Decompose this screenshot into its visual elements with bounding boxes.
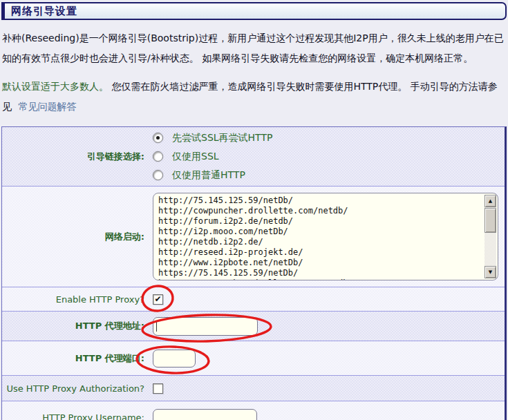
bootstrap-radio-group: 先尝试SSL再尝试HTTP 仅使用SSL 仅使用普通HTTP	[153, 132, 505, 182]
page-title-bar: 网络引导设置	[1, 2, 507, 20]
radio-option-ssl-then-http[interactable]: 先尝试SSL再尝试HTTP	[153, 132, 505, 144]
reseed-url-textarea[interactable]: http://75.145.125.59/netDb/ http://cowpu…	[153, 193, 498, 280]
radio-button-icon[interactable]	[153, 133, 163, 143]
note-paragraph: 默认设置适于大多数人。 您仅需在防火墙过滤严重，造成网络引导失败时需要使用HTT…	[2, 77, 506, 117]
reseed-url: http://netdb.i2p2.de/	[158, 237, 480, 247]
proxy-username-input[interactable]	[153, 409, 257, 420]
row-proxy-host: HTTP 代理地址:	[2, 312, 505, 341]
proxy-port-input[interactable]	[153, 350, 196, 368]
reseed-url: http://cowpuncher.drollette.com/netdb/	[158, 206, 480, 216]
text-caret	[156, 321, 157, 332]
reseed-settings-form: 引导链接选择: 先尝试SSL再尝试HTTP 仅使用SSL 仅使用普通HTTP 网…	[1, 126, 507, 420]
proxy-auth-checkbox[interactable]	[153, 383, 163, 394]
checkmark-icon: ✔	[154, 294, 161, 304]
page-title: 网络引导设置	[11, 5, 77, 18]
note-lead: 默认设置适于大多数人。	[2, 81, 109, 92]
row-bootstrap-choice: 引导链接选择: 先尝试SSL再尝试HTTP 仅使用SSL 仅使用普通HTTP	[2, 127, 505, 187]
proxy-host-label: HTTP 代理地址:	[2, 320, 149, 332]
row-proxy-port: HTTP 代理端口:	[2, 341, 505, 376]
reseed-url: http://75.145.125.59/netDb/	[158, 195, 480, 206]
reseed-url: http://forum.i2p2.de/netdb/	[158, 216, 480, 227]
proxy-auth-label: Use HTTP Proxy Authorization?	[2, 383, 149, 394]
row-proxy-username: HTTP Proxy Username:	[2, 401, 505, 420]
scroll-down-icon: ▼	[489, 269, 492, 275]
reseed-url: https://75.145.125.59/netDb/	[158, 268, 480, 278]
radio-option-http-only[interactable]: 仅使用普通HTTP	[153, 169, 505, 182]
row-enable-proxy: Enable HTTP Proxy? ✔	[2, 287, 505, 312]
bootstrap-choice-label: 引导链接选择:	[2, 151, 149, 163]
row-netboot-urls: 网络启动: http://75.145.125.59/netDb/ http:/…	[2, 187, 505, 287]
proxy-port-label: HTTP 代理端口:	[2, 352, 149, 365]
scrollbar-up-button[interactable]: ▲	[485, 195, 496, 207]
row-proxy-auth: Use HTTP Proxy Authorization?	[2, 376, 505, 401]
intro-text: 补种(Reseeding)是一个网络引导(Bootstrip)过程，新用户通过这…	[2, 32, 504, 64]
proxy-username-label: HTTP Proxy Username:	[2, 412, 149, 420]
radio-option-label: 先尝试SSL再尝试HTTP	[172, 132, 272, 144]
reseed-url: http://i2p.mooo.com/netDb/	[158, 227, 480, 237]
reseed-url: http://www.i2pbote.net/netDb/	[158, 258, 480, 268]
faq-link[interactable]: 常见问题解答	[18, 101, 76, 112]
scrollbar[interactable]: ▲ ▼	[485, 195, 496, 278]
reseed-url-list: http://75.145.125.59/netDb/ http://cowpu…	[153, 193, 498, 280]
proxy-host-input[interactable]	[153, 317, 258, 336]
radio-button-icon[interactable]	[153, 151, 163, 162]
enable-proxy-label: Enable HTTP Proxy?	[2, 294, 149, 305]
scrollbar-down-button[interactable]: ▼	[485, 266, 496, 278]
scroll-up-icon: ▲	[489, 198, 492, 204]
radio-option-label: 仅使用SSL	[172, 151, 219, 163]
radio-option-label: 仅使用普通HTTP	[172, 169, 245, 182]
enable-proxy-checkbox[interactable]: ✔	[153, 294, 163, 305]
radio-option-ssl-only[interactable]: 仅使用SSL	[153, 151, 505, 163]
reseed-url: http://reseed.i2p-projekt.de/	[158, 247, 480, 258]
reseed-url: https://cowpuncher.drollette.com/netdb/	[158, 278, 480, 280]
scrollbar-thumb[interactable]	[485, 208, 496, 233]
netboot-label: 网络启动:	[2, 231, 149, 243]
intro-paragraph: 补种(Reseeding)是一个网络引导(Bootstrip)过程，新用户通过这…	[2, 28, 506, 68]
radio-button-icon[interactable]	[153, 170, 163, 180]
